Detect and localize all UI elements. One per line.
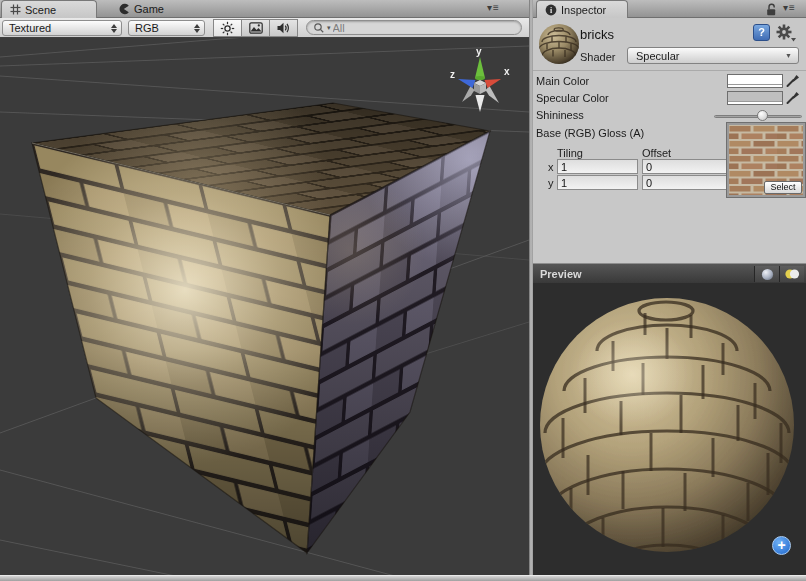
- preview-header: Preview: [533, 263, 806, 283]
- scene-tabstrip: Scene Game ▾≡: [0, 0, 529, 18]
- gizmo-axis-cones: [458, 57, 501, 112]
- base-texture-thumbnail[interactable]: Select: [727, 123, 805, 197]
- window-bottom-edge: [0, 575, 806, 581]
- color-mode-dropdown[interactable]: RGB: [128, 20, 205, 36]
- slider-thumb[interactable]: [757, 110, 768, 121]
- unity-editor-window: Scene Game ▾≡ Textured RGB: [0, 0, 806, 581]
- scene-viewport[interactable]: y z x: [0, 38, 529, 575]
- scene-toolbar: Textured RGB: [0, 18, 529, 38]
- gizmo-x-label[interactable]: x: [504, 66, 510, 77]
- tab-inspector[interactable]: i Inspector: [536, 0, 628, 18]
- sun-icon: [220, 21, 235, 36]
- gizmo-z-label[interactable]: z: [450, 69, 455, 80]
- scene-search-field[interactable]: ▾: [306, 20, 522, 35]
- image-icon: [249, 22, 263, 34]
- inspector-tabstrip: i Inspector ▾≡: [533, 0, 806, 18]
- eyedropper-icon[interactable]: [785, 90, 801, 105]
- preview-sphere-render: [533, 283, 806, 575]
- scene-3d-render: y z x: [0, 38, 529, 575]
- shader-value: Specular: [636, 50, 785, 62]
- add-button[interactable]: +: [772, 536, 791, 555]
- alpha-bar: [728, 101, 782, 104]
- specular-color-swatch[interactable]: [727, 91, 783, 105]
- material-preview-viewport[interactable]: +: [533, 283, 806, 575]
- shader-dropdown[interactable]: Specular ▼: [627, 47, 799, 64]
- lights-icon: [784, 268, 800, 280]
- color-mode-value: RGB: [135, 22, 190, 34]
- shininess-label: Shininess: [536, 109, 584, 121]
- game-icon: [118, 3, 130, 15]
- select-texture-button[interactable]: Select: [764, 181, 802, 194]
- main-color-swatch[interactable]: [727, 74, 783, 88]
- search-filter-caret-icon[interactable]: ▾: [327, 24, 331, 32]
- main-color-label: Main Color: [536, 75, 589, 87]
- section-divider: [533, 70, 806, 71]
- tab-scene-label: Scene: [25, 4, 56, 16]
- skybox-toggle-button[interactable]: [241, 19, 270, 37]
- preview-lighting-button[interactable]: [779, 266, 804, 282]
- base-map-label: Base (RGB) Gloss (A): [536, 127, 644, 139]
- gear-icon[interactable]: [776, 24, 796, 42]
- material-ball-icon: [538, 23, 580, 65]
- gizmo-y-label[interactable]: y: [476, 46, 482, 57]
- tab-game-label: Game: [134, 3, 164, 15]
- audio-toggle-button[interactable]: [269, 19, 298, 37]
- search-icon: [313, 22, 325, 34]
- specular-color-label: Specular Color: [536, 92, 609, 104]
- preview-title: Preview: [540, 268, 582, 280]
- axis-y-label: y: [548, 177, 554, 189]
- alpha-bar: [728, 84, 782, 87]
- search-input[interactable]: [333, 22, 515, 34]
- offset-x-input[interactable]: [642, 159, 727, 174]
- chevron-down-icon: ▼: [785, 52, 792, 59]
- lock-icon[interactable]: [766, 3, 777, 16]
- shader-label: Shader: [580, 51, 615, 63]
- tiling-y-input[interactable]: [557, 175, 638, 190]
- draw-mode-dropdown[interactable]: Textured: [2, 20, 122, 36]
- material-inspector: bricks Shader Specular ▼ ?: [533, 18, 806, 263]
- tiling-x-input[interactable]: [557, 159, 638, 174]
- scene-orientation-gizmo[interactable]: y z x: [450, 46, 510, 112]
- scene-panel: Scene Game ▾≡ Textured RGB: [0, 0, 529, 575]
- tab-inspector-label: Inspector: [561, 4, 606, 16]
- info-icon: i: [545, 4, 557, 16]
- material-name: bricks: [580, 27, 614, 42]
- scene-panel-menu-icon[interactable]: ▾≡: [487, 2, 500, 13]
- inspector-panel-menu-icon[interactable]: ▾≡: [783, 2, 796, 13]
- draw-mode-value: Textured: [9, 22, 107, 34]
- axis-x-label: x: [548, 161, 554, 173]
- dropdown-arrows-icon: [111, 24, 117, 33]
- sphere-icon: [761, 268, 774, 281]
- dropdown-arrows-icon: [194, 24, 200, 33]
- speaker-icon: [276, 21, 291, 35]
- offset-y-input[interactable]: [642, 175, 727, 190]
- tab-game[interactable]: Game: [110, 0, 190, 18]
- help-icon[interactable]: ?: [753, 24, 770, 41]
- grid-icon: [10, 4, 21, 15]
- preview-shape-button[interactable]: [754, 266, 779, 282]
- brick-cube[interactable]: [32, 103, 490, 553]
- lighting-toggle-button[interactable]: [213, 19, 242, 37]
- eyedropper-icon[interactable]: [785, 73, 801, 88]
- tab-scene[interactable]: Scene: [1, 0, 97, 18]
- offset-header: Offset: [642, 147, 671, 159]
- inspector-panel: i Inspector ▾≡: [533, 0, 806, 575]
- shininess-slider[interactable]: [714, 109, 802, 123]
- tiling-header: Tiling: [557, 147, 583, 159]
